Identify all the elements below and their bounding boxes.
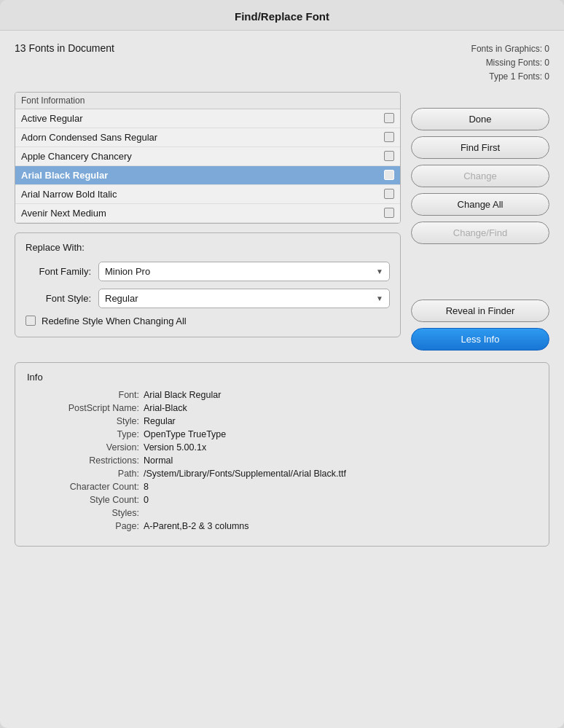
info-row: Style Count: 0 bbox=[27, 495, 537, 505]
find-first-button[interactable]: Find First bbox=[411, 136, 549, 159]
info-row: Type: OpenType TrueType bbox=[27, 429, 537, 439]
redefine-style-row[interactable]: Redefine Style When Changing All bbox=[26, 316, 390, 326]
font-list-item[interactable]: Active Regular bbox=[15, 109, 400, 128]
fonts-count-label: 13 Fonts in Document bbox=[15, 42, 114, 54]
font-style-arrow-icon: ▼ bbox=[376, 294, 383, 302]
info-value: /System/Library/Fonts/Supplemental/Arial… bbox=[144, 469, 346, 479]
info-key: Style Count: bbox=[27, 495, 144, 505]
info-row: Styles: bbox=[27, 508, 537, 518]
redefine-style-label: Redefine Style When Changing All bbox=[42, 316, 187, 326]
info-row: Style: Regular bbox=[27, 416, 537, 426]
window: Find/Replace Font 13 Fonts in Document F… bbox=[0, 0, 564, 728]
info-row: Path: /System/Library/Fonts/Supplemental… bbox=[27, 469, 537, 479]
font-item-name: Arial Black Regular bbox=[21, 170, 384, 181]
type1-fonts: Type 1 Fonts: 0 bbox=[471, 70, 549, 84]
info-key: PostScript Name: bbox=[27, 403, 144, 413]
font-item-name: Apple Chancery Chancery bbox=[21, 151, 384, 162]
info-key: Styles: bbox=[27, 508, 144, 518]
font-item-checkbox[interactable] bbox=[384, 208, 394, 218]
info-row: PostScript Name: Arial-Black bbox=[27, 403, 537, 413]
less-info-button[interactable]: Less Info bbox=[411, 328, 549, 351]
font-style-label: Font Style: bbox=[26, 293, 91, 304]
info-section: Info Font: Arial Black Regular PostScrip… bbox=[15, 362, 549, 547]
info-key: Restrictions: bbox=[27, 455, 144, 466]
info-key: Page: bbox=[27, 521, 144, 531]
font-item-checkbox[interactable] bbox=[384, 170, 394, 180]
redefine-style-checkbox[interactable] bbox=[26, 316, 36, 326]
info-key: Character Count: bbox=[27, 482, 144, 492]
font-family-value: Minion Pro bbox=[105, 266, 150, 277]
info-value: OpenType TrueType bbox=[144, 429, 226, 439]
info-value: Normal bbox=[144, 455, 173, 466]
info-value: Version 5.00.1x bbox=[144, 442, 206, 453]
font-item-name: Avenir Next Medium bbox=[21, 208, 384, 219]
info-row: Character Count: 8 bbox=[27, 482, 537, 492]
change-all-button[interactable]: Change All bbox=[411, 193, 549, 216]
window-title: Find/Replace Font bbox=[235, 10, 329, 23]
info-title: Info bbox=[27, 372, 537, 383]
info-value: Arial Black Regular bbox=[144, 390, 221, 400]
info-row: Version: Version 5.00.1x bbox=[27, 442, 537, 453]
info-key: Version: bbox=[27, 442, 144, 453]
font-item-name: Active Regular bbox=[21, 113, 384, 124]
font-style-row: Font Style: Regular ▼ bbox=[26, 289, 390, 308]
info-key: Style: bbox=[27, 416, 144, 426]
info-value: A-Parent,B-2 & 3 columns bbox=[144, 521, 249, 531]
change-find-button[interactable]: Change/Find bbox=[411, 222, 549, 244]
font-family-row: Font Family: Minion Pro ▼ bbox=[26, 262, 390, 281]
info-row: Page: A-Parent,B-2 & 3 columns bbox=[27, 521, 537, 531]
font-item-checkbox[interactable] bbox=[384, 189, 394, 199]
font-list-item[interactable]: Adorn Condensed Sans Regular bbox=[15, 128, 400, 147]
font-list-item[interactable]: Apple Chancery Chancery bbox=[15, 147, 400, 166]
info-value: Regular bbox=[144, 416, 176, 426]
info-value: 8 bbox=[144, 482, 149, 492]
info-key: Type: bbox=[27, 429, 144, 439]
fonts-in-graphics: Fonts in Graphics: 0 bbox=[471, 42, 549, 56]
info-key: Path: bbox=[27, 469, 144, 479]
reveal-in-finder-button[interactable]: Reveal in Finder bbox=[411, 300, 549, 322]
info-value: 0 bbox=[144, 495, 149, 505]
font-item-checkbox[interactable] bbox=[384, 151, 394, 161]
done-button[interactable]: Done bbox=[411, 108, 549, 130]
info-key: Font: bbox=[27, 390, 144, 400]
font-item-name: Arial Narrow Bold Italic bbox=[21, 189, 384, 200]
font-item-name: Adorn Condensed Sans Regular bbox=[21, 132, 384, 143]
font-item-checkbox[interactable] bbox=[384, 132, 394, 142]
missing-fonts: Missing Fonts: 0 bbox=[471, 56, 549, 70]
font-list[interactable]: Active Regular Adorn Condensed Sans Regu… bbox=[15, 109, 400, 223]
font-list-section: Font Information Active Regular Adorn Co… bbox=[15, 92, 401, 224]
font-family-label: Font Family: bbox=[26, 266, 91, 277]
info-table: Font: Arial Black Regular PostScript Nam… bbox=[27, 390, 537, 531]
change-button[interactable]: Change bbox=[411, 165, 549, 187]
fonts-stats: Fonts in Graphics: 0 Missing Fonts: 0 Ty… bbox=[471, 42, 549, 85]
button-panel: Done Find First Change Change All Change… bbox=[411, 92, 549, 351]
font-family-arrow-icon: ▼ bbox=[376, 267, 383, 275]
replace-section: Replace With: Font Family: Minion Pro ▼ … bbox=[15, 232, 401, 337]
info-row: Font: Arial Black Regular bbox=[27, 390, 537, 400]
font-list-item[interactable]: Arial Narrow Bold Italic bbox=[15, 185, 400, 204]
font-list-item[interactable]: Arial Black Regular bbox=[15, 166, 400, 185]
title-bar: Find/Replace Font bbox=[0, 0, 564, 31]
font-style-value: Regular bbox=[105, 293, 138, 304]
replace-title: Replace With: bbox=[26, 242, 390, 253]
font-list-label: Font Information bbox=[15, 93, 400, 109]
font-list-item[interactable]: Avenir Next Medium bbox=[15, 204, 400, 223]
font-item-checkbox[interactable] bbox=[384, 113, 394, 123]
font-family-dropdown[interactable]: Minion Pro ▼ bbox=[98, 262, 390, 281]
info-value: Arial-Black bbox=[144, 403, 187, 413]
info-row: Restrictions: Normal bbox=[27, 455, 537, 466]
font-style-dropdown[interactable]: Regular ▼ bbox=[98, 289, 390, 308]
